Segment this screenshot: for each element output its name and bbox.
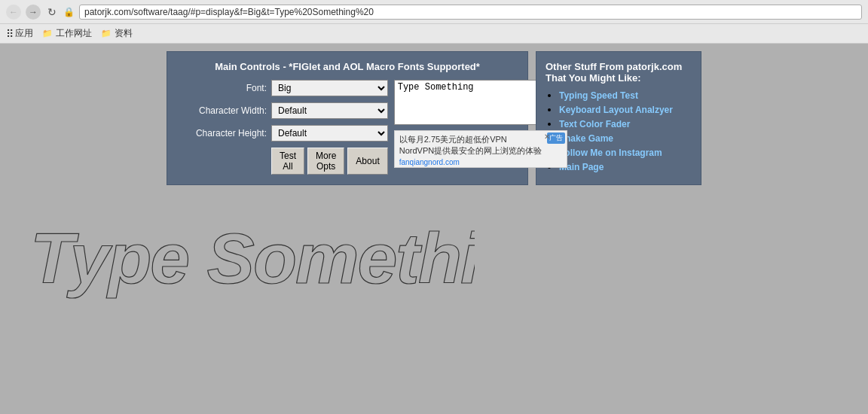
figlet-svg: .fig { font-family: monospace; fill: non… [23,200,475,321]
other-title: Other Stuff From patorjk.com That You Mi… [546,61,692,84]
svg-text:Type Something: Type Something [30,218,475,298]
font-row: Font: Big Standard Slant Shadow Block [176,80,388,96]
ad-close-button[interactable]: ✕ [544,132,550,141]
browser-bar: ← → ↻ 🔒 [0,0,868,24]
content-area: Main Controls - *FIGlet and AOL Macro Fo… [0,44,868,412]
controls-inner: Font: Big Standard Slant Shadow Block Ch… [176,80,518,175]
char-width-label: Character Width: [176,105,267,116]
bookmark-data[interactable]: 📁 资料 [101,27,133,40]
folder-icon-1: 📁 [42,29,53,38]
char-height-row: Character Height: Default Fitted Full Sm… [176,125,388,142]
link-typing-speed[interactable]: Typing Speed Test [559,90,638,101]
more-opts-button[interactable]: More Opts [307,148,344,175]
char-width-select[interactable]: Default Fitted Full Smush [271,102,388,119]
char-height-label: Character Height: [176,128,267,139]
bookmark-label-1: 工作网址 [56,27,92,40]
bookmark-worksite[interactable]: 📁 工作网址 [42,27,92,40]
font-label: Font: [176,83,267,93]
link-text-color[interactable]: Text Color Fader [559,119,630,129]
apps-label: 应用 [15,27,33,40]
figlet-output: .fig { font-family: monospace; fill: non… [8,193,860,330]
list-item-text-color: Text Color Fader [559,118,692,129]
folder-icon-2: 📁 [101,29,112,38]
test-all-button[interactable]: Test All [271,148,304,175]
back-button[interactable]: ← [6,5,21,20]
link-instagram[interactable]: Follow Me on Instagram [559,148,662,158]
bookmark-label-2: 资料 [115,27,133,40]
list-item-snake: Snake Game [559,132,692,144]
bookmarks-bar: ⠿ 应用 📁 工作网址 📁 资料 [0,24,868,44]
other-links-list: Typing Speed Test Keyboard Layout Analzy… [546,90,692,172]
ad-line3: fanqiangnord.com [399,157,562,168]
buttons-row: Test All More Opts About [176,148,388,175]
controls-left: Font: Big Standard Slant Shadow Block Ch… [176,80,388,175]
lock-icon: 🔒 [63,7,75,17]
link-snake-game[interactable]: Snake Game [559,133,613,144]
apps-button[interactable]: ⠿ 应用 [6,27,33,40]
apps-icon: ⠿ [6,28,14,40]
list-item-instagram: Follow Me on Instagram [559,147,692,158]
list-item-main: Main Page [559,161,692,172]
refresh-button[interactable]: ↻ [45,5,59,19]
list-item-typing: Typing Speed Test [559,90,692,101]
char-width-row: Character Width: Default Fitted Full Smu… [176,102,388,119]
ad-area: 以每月2.75美元的超低价VPN NordVPN提供最安全的网上浏览的体验 fa… [394,130,567,168]
font-select[interactable]: Big Standard Slant Shadow Block [271,80,388,96]
about-button[interactable]: About [347,148,387,175]
main-controls-panel: Main Controls - *FIGlet and AOL Macro Fo… [167,51,528,185]
char-height-select[interactable]: Default Fitted Full Smush [271,125,388,142]
panel-title: Main Controls - *FIGlet and AOL Macro Fo… [176,61,518,72]
ad-content: 以每月2.75美元的超低价VPN NordVPN提供最安全的网上浏览的体验 fa… [395,131,567,168]
forward-button[interactable]: → [26,5,41,20]
address-bar[interactable] [79,5,862,20]
link-keyboard-layout[interactable]: Keyboard Layout Analzyer [559,105,673,115]
list-item-keyboard: Keyboard Layout Analzyer [559,104,692,115]
panels-row: Main Controls - *FIGlet and AOL Macro Fo… [8,51,860,185]
ad-line2: NordVPN提供最安全的网上浏览的体验 [399,145,562,157]
ad-line1: 以每月2.75美元的超低价VPN [399,134,562,145]
